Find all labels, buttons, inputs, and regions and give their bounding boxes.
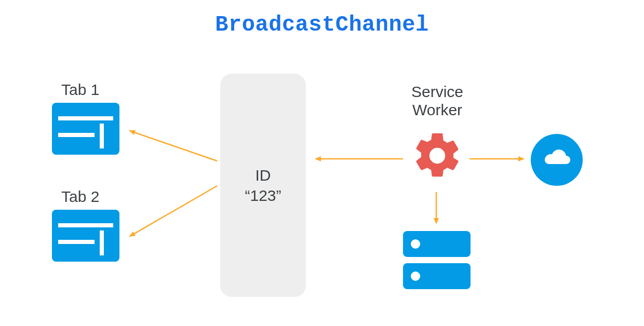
svg-rect-2 — [58, 133, 95, 137]
channel-id-line1: ID — [256, 165, 271, 185]
tab1-label: Tab 1 — [61, 81, 99, 99]
arrow-channel-to-tab2 — [130, 186, 217, 236]
svg-point-9 — [411, 239, 420, 249]
svg-rect-4 — [52, 210, 119, 262]
arrow-channel-to-tab1 — [130, 131, 217, 161]
storage-icon — [403, 231, 471, 289]
diagram-stage: BroadcastChannel Tab 1 Tab 2 — [0, 0, 644, 326]
diagram-title: BroadcastChannel — [0, 12, 644, 37]
gear-icon — [410, 129, 464, 183]
svg-rect-7 — [100, 230, 104, 255]
cloud-icon — [531, 134, 583, 186]
svg-rect-0 — [52, 103, 119, 155]
broadcast-channel-node: ID “123” — [220, 74, 306, 297]
svg-rect-1 — [58, 116, 113, 120]
svg-point-11 — [411, 271, 420, 281]
service-worker-label: Service Worker — [396, 83, 479, 119]
svg-rect-3 — [100, 124, 104, 148]
browser-tab-icon — [52, 210, 119, 262]
tab2-label: Tab 2 — [61, 188, 99, 206]
svg-rect-5 — [58, 223, 113, 227]
browser-tab-icon — [52, 103, 119, 155]
svg-rect-6 — [58, 240, 95, 244]
channel-id-line2: “123” — [245, 185, 281, 206]
